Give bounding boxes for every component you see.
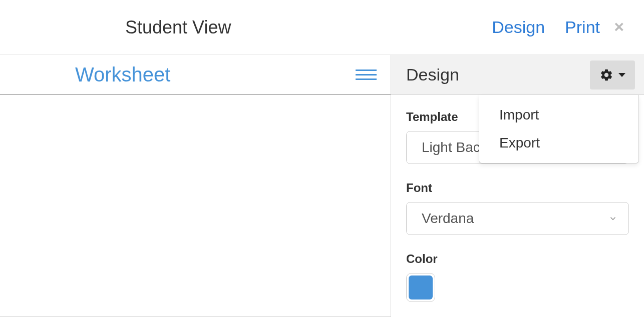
- menu-import[interactable]: Import: [479, 101, 638, 129]
- worksheet-header-row: Worksheet: [0, 55, 391, 95]
- page-title: Student View: [125, 17, 231, 38]
- design-link[interactable]: Design: [492, 18, 545, 37]
- font-select[interactable]: Verdana: [406, 202, 629, 235]
- color-label: Color: [406, 252, 629, 266]
- design-panel: Design Import Export Template Light Back…: [391, 55, 644, 317]
- design-panel-title: Design: [406, 65, 459, 84]
- header-links: Design Print: [492, 18, 600, 37]
- menu-export[interactable]: Export: [479, 129, 638, 157]
- print-link[interactable]: Print: [565, 18, 600, 37]
- header-bar: Student View Design Print ×: [0, 0, 644, 55]
- worksheet-title[interactable]: Worksheet: [75, 64, 170, 86]
- hamburger-icon[interactable]: [356, 70, 379, 80]
- close-icon[interactable]: ×: [614, 18, 624, 35]
- color-picker[interactable]: [406, 273, 435, 302]
- chevron-down-icon: [618, 73, 625, 77]
- gear-menu-button[interactable]: [590, 60, 635, 90]
- gear-icon: [599, 68, 613, 82]
- content-area: Worksheet Design Import Export Template …: [0, 55, 644, 317]
- design-panel-header: Design: [391, 55, 644, 95]
- font-select-value: Verdana: [422, 210, 474, 226]
- chevron-down-icon: [608, 214, 617, 223]
- color-swatch: [409, 276, 433, 300]
- gear-dropdown-menu: Import Export: [479, 95, 639, 164]
- worksheet-panel: Worksheet: [0, 55, 391, 317]
- font-label: Font: [406, 181, 629, 195]
